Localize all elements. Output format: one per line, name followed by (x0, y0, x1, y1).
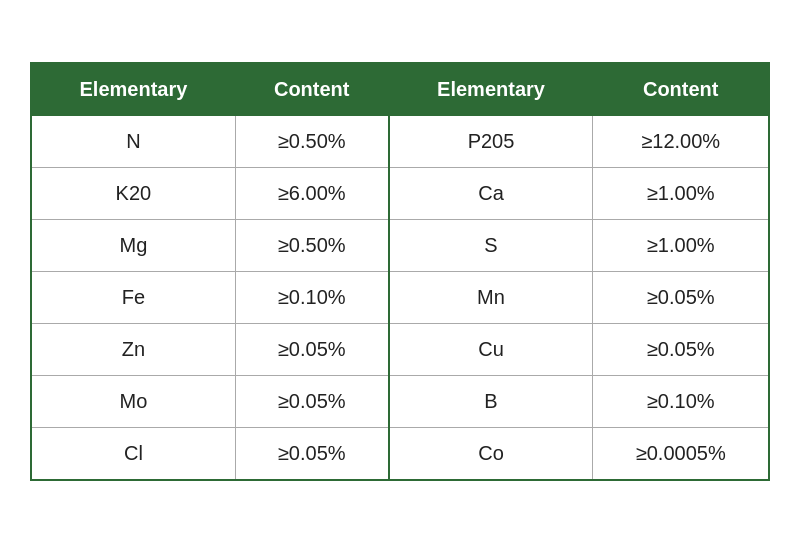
cell-elem2: P205 (389, 115, 593, 167)
cell-elem1: N (31, 115, 235, 167)
cell-elem1: K20 (31, 167, 235, 219)
table-body: N≥0.50%P205≥12.00%K20≥6.00%Ca≥1.00%Mg≥0.… (31, 115, 769, 480)
cell-cont1: ≥0.10% (235, 271, 388, 323)
table-row: Fe≥0.10%Mn≥0.05% (31, 271, 769, 323)
table-row: Mo≥0.05%B≥0.10% (31, 375, 769, 427)
cell-elem2: Cu (389, 323, 593, 375)
cell-elem2: Mn (389, 271, 593, 323)
cell-elem1: Fe (31, 271, 235, 323)
cell-elem2: S (389, 219, 593, 271)
cell-cont2: ≥1.00% (593, 219, 769, 271)
cell-cont2: ≥0.0005% (593, 427, 769, 480)
cell-cont2: ≥0.05% (593, 271, 769, 323)
cell-elem1: Mg (31, 219, 235, 271)
table-row: Zn≥0.05%Cu≥0.05% (31, 323, 769, 375)
cell-cont1: ≥0.05% (235, 427, 388, 480)
cell-cont2: ≥1.00% (593, 167, 769, 219)
cell-elem1: Cl (31, 427, 235, 480)
table-row: K20≥6.00%Ca≥1.00% (31, 167, 769, 219)
cell-elem2: B (389, 375, 593, 427)
header-elementary-1: Elementary (31, 63, 235, 116)
cell-cont1: ≥0.05% (235, 323, 388, 375)
table-header-row: Elementary Content Elementary Content (31, 63, 769, 116)
cell-cont1: ≥6.00% (235, 167, 388, 219)
header-content-1: Content (235, 63, 388, 116)
cell-cont2: ≥0.05% (593, 323, 769, 375)
table-row: Mg≥0.50%S≥1.00% (31, 219, 769, 271)
cell-cont2: ≥0.10% (593, 375, 769, 427)
table-row: N≥0.50%P205≥12.00% (31, 115, 769, 167)
table-container: Elementary Content Elementary Content N≥… (30, 62, 770, 481)
header-content-2: Content (593, 63, 769, 116)
elements-table: Elementary Content Elementary Content N≥… (30, 62, 770, 481)
header-elementary-2: Elementary (389, 63, 593, 116)
cell-cont1: ≥0.05% (235, 375, 388, 427)
cell-cont1: ≥0.50% (235, 115, 388, 167)
table-row: Cl≥0.05%Co≥0.0005% (31, 427, 769, 480)
cell-elem2: Co (389, 427, 593, 480)
cell-cont2: ≥12.00% (593, 115, 769, 167)
cell-elem1: Mo (31, 375, 235, 427)
cell-elem1: Zn (31, 323, 235, 375)
cell-cont1: ≥0.50% (235, 219, 388, 271)
cell-elem2: Ca (389, 167, 593, 219)
